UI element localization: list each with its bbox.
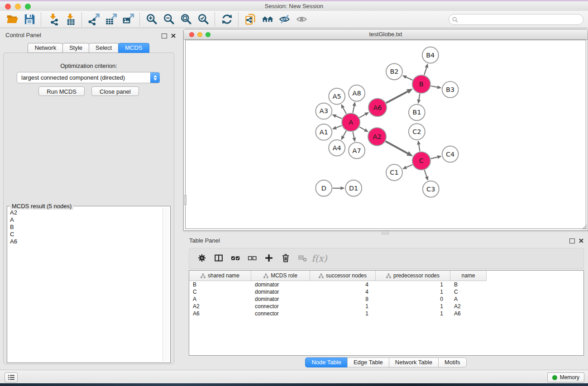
tab-edge-table[interactable]: Edge Table [347,357,389,367]
graph-node-B1[interactable]: B1 [409,105,425,121]
search-input[interactable] [458,15,583,24]
mcds-result-item[interactable]: B [10,224,170,231]
graph-edge-B-B4[interactable] [424,67,426,75]
graph-node-A3[interactable]: A3 [316,103,332,119]
graph-edge-C-C3[interactable] [425,170,427,177]
graph-edge-C-C2[interactable] [419,144,420,151]
save-session-button[interactable] [21,12,38,27]
open-session-button[interactable] [4,12,21,27]
column-settings-button[interactable] [194,251,210,266]
column-header-predecessor-nodes[interactable]: predecessor nodes [376,271,450,281]
network-canvas[interactable]: B4B2BB3A8A5A6A3B1AC2A1A2A4A7C4CC1C3DD1 [185,40,586,229]
optimization-criterion-select[interactable]: largest connected component (directed) [17,72,160,83]
import-network-button[interactable] [44,12,62,27]
graph-edge-A-A7[interactable] [353,132,354,138]
table-row[interactable]: A6connector11A6 [189,310,583,317]
graph-edge-C-C4[interactable] [431,157,438,158]
mcds-result-item[interactable]: A [10,216,170,224]
graph-edge-A-A4[interactable] [343,131,346,137]
tab-style[interactable]: Style [62,43,89,53]
graph-node-A1[interactable]: A1 [316,124,332,140]
graph-node-A8[interactable]: A8 [349,85,365,101]
column-header-name[interactable]: name [450,271,487,281]
tab-node-table[interactable]: Node Table [305,357,348,367]
run-mcds-button[interactable]: Run MCDS [38,86,85,96]
graph-node-A6[interactable]: A6 [368,99,387,117]
deselect-all-checkboxes-button[interactable] [244,251,261,266]
window-resize-grip[interactable] [580,223,587,230]
graph-edge-A-A6[interactable] [359,114,365,118]
graph-node-D1[interactable]: D1 [345,180,362,196]
graph-node-A[interactable]: A [342,113,360,131]
export-network-button[interactable] [85,12,102,27]
column-header-MCDS-role[interactable]: MCDS role [251,271,310,281]
graph-edge-A-A3[interactable] [336,116,342,119]
tab-mcds[interactable]: MCDS [118,43,149,53]
graph-edge-A6-B[interactable] [386,91,408,103]
graph-edge-A-A5[interactable] [343,108,346,114]
column-header-successor-nodes[interactable]: successor nodes [310,271,376,281]
column-header-shared-name[interactable]: shared name [189,271,251,281]
graph-node-A7[interactable]: A7 [349,143,365,159]
show-all-button[interactable] [293,12,311,27]
close-panel-button[interactable]: Close panel [91,86,139,96]
graph-edge-A-A8[interactable] [353,106,354,113]
export-table-button[interactable] [102,12,120,27]
close-panel-icon[interactable] [171,33,176,39]
graph-node-A4[interactable]: A4 [329,140,345,156]
pane-divider-handle[interactable] [183,195,186,205]
graph-edge-B-B3[interactable] [431,86,437,87]
graph-node-C3[interactable]: C3 [423,181,439,197]
graph-edge-A2-C[interactable] [386,141,408,153]
tab-network[interactable]: Network [28,43,63,53]
graph-node-C4[interactable]: C4 [442,146,459,162]
mcds-result-item[interactable]: C [10,231,170,238]
add-entry-button[interactable] [261,251,277,266]
graph-node-B4[interactable]: B4 [422,47,439,63]
hide-selected-button[interactable] [276,12,293,27]
table-row[interactable]: A2connector11A2 [189,303,583,310]
graph-edge-C-C1[interactable] [406,165,413,167]
table-row[interactable]: Adominator80A [189,295,583,303]
memory-button[interactable]: Memory [547,372,584,382]
graph-node-D[interactable]: D [316,180,332,196]
graph-node-B3[interactable]: B3 [442,81,459,98]
tab-motifs[interactable]: Motifs [438,357,467,367]
graph-edge-B-B2[interactable] [406,77,412,80]
graph-edge-A-A2[interactable] [359,127,365,130]
result-scrollbar[interactable] [163,208,169,361]
fit-content-button[interactable] [177,12,195,27]
graph-node-C1[interactable]: C1 [386,164,402,181]
split-view-button[interactable] [210,251,227,266]
search-box[interactable] [449,14,583,25]
float-panel-icon[interactable] [162,33,167,38]
delete-table-button[interactable] [294,251,311,266]
zoom-selected-button[interactable] [195,12,212,27]
tab-network-table[interactable]: Network Table [389,357,439,367]
zoom-out-button[interactable] [160,12,177,27]
function-builder-button[interactable]: f(x) [311,251,328,266]
graph-node-C[interactable]: C [412,152,430,170]
mcds-result-item[interactable]: A6 [10,238,170,245]
mcds-result-item[interactable]: A2 [10,209,170,216]
horizontal-split-handle[interactable] [382,231,389,234]
graph-node-A2[interactable]: A2 [368,128,386,146]
graph-edge-A-A1[interactable] [336,126,342,128]
close-table-panel-icon[interactable] [579,238,583,244]
new-network-from-selection-button[interactable] [242,12,259,27]
zoom-in-button[interactable] [143,12,160,27]
float-table-panel-icon[interactable] [569,238,575,243]
graph-node-B2[interactable]: B2 [386,64,402,80]
import-table-button[interactable] [62,12,79,27]
table-row[interactable]: Bdominator41B [189,281,583,288]
graph-edge-B-B1[interactable] [419,94,420,100]
apply-layout-button[interactable] [218,12,235,27]
delete-entry-button[interactable] [277,251,294,266]
first-neighbors-button[interactable] [259,12,276,27]
graph-node-B[interactable]: B [412,75,430,93]
export-image-button[interactable] [120,12,137,27]
task-history-button[interactable] [5,372,18,382]
table-row[interactable]: Cdominator41C [189,288,583,295]
tab-select[interactable]: Select [89,43,119,53]
graph-node-A5[interactable]: A5 [329,88,345,105]
